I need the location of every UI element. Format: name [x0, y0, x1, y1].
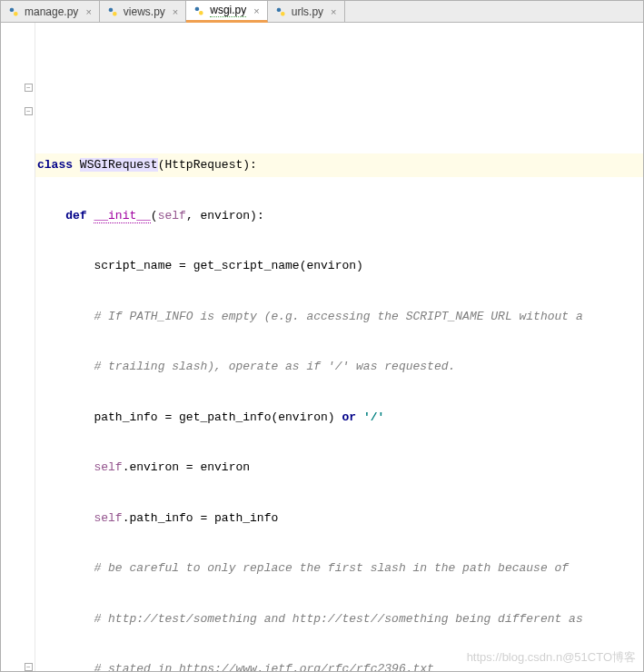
svg-rect-2 — [109, 7, 113, 11]
code-line — [35, 104, 643, 127]
close-icon[interactable]: × — [253, 5, 259, 16]
fold-toggle-icon[interactable]: − — [25, 84, 33, 92]
tab-label: urls.py — [292, 5, 323, 18]
tab-views[interactable]: views.py × — [100, 1, 186, 22]
svg-rect-7 — [281, 12, 284, 15]
tab-label: manage.py — [25, 5, 78, 18]
code-editor[interactable]: − − − class WSGIRequest(HttpRequest): de… — [1, 23, 643, 671]
code-line: # If PATH_INFO is empty (e.g. accessing … — [35, 305, 643, 329]
watermark-text: https://blog.csdn.n@51CTO博客 — [467, 649, 636, 666]
code-area[interactable]: class WSGIRequest(HttpRequest): def __in… — [35, 23, 643, 671]
svg-rect-6 — [276, 7, 280, 11]
gutter: − − − — [1, 23, 35, 671]
close-icon[interactable]: × — [331, 6, 336, 17]
python-file-icon — [107, 5, 120, 18]
tab-manage[interactable]: manage.py × — [1, 1, 100, 22]
svg-rect-1 — [14, 12, 17, 15]
code-line — [35, 53, 643, 76]
close-icon[interactable]: × — [85, 6, 91, 17]
code-line: class WSGIRequest(HttpRequest): — [35, 153, 643, 177]
code-line: # trailing slash), operate as if '/' was… — [35, 355, 643, 379]
python-file-icon — [8, 5, 21, 18]
code-line: script_name = get_script_name(environ) — [35, 254, 643, 278]
fold-toggle-icon[interactable]: − — [25, 663, 33, 671]
python-file-icon — [193, 5, 206, 17]
close-icon[interactable]: × — [173, 6, 178, 17]
tab-wsgi[interactable]: wsgi.py × — [186, 1, 267, 23]
tab-label: views.py — [124, 5, 165, 18]
svg-rect-4 — [195, 6, 199, 10]
code-line: # be careful to only replace the first s… — [35, 557, 643, 580]
code-line: def __init__(self, environ): — [35, 204, 643, 228]
tab-urls[interactable]: urls.py × — [268, 1, 345, 22]
fold-toggle-icon[interactable]: − — [25, 107, 33, 115]
code-line: path_info = get_path_info(environ) or '/… — [35, 406, 643, 430]
python-file-icon — [275, 5, 288, 18]
tab-label: wsgi.py — [210, 4, 246, 17]
svg-rect-5 — [199, 11, 203, 15]
svg-rect-3 — [113, 12, 116, 15]
code-line: # http://test/something and http://test/… — [35, 608, 643, 631]
code-line: self.path_info = path_info — [35, 507, 643, 530]
svg-rect-0 — [10, 7, 14, 11]
editor-tab-bar: manage.py × views.py × wsgi.py × urls.py… — [1, 1, 643, 23]
code-line: self.environ = environ — [35, 456, 643, 479]
